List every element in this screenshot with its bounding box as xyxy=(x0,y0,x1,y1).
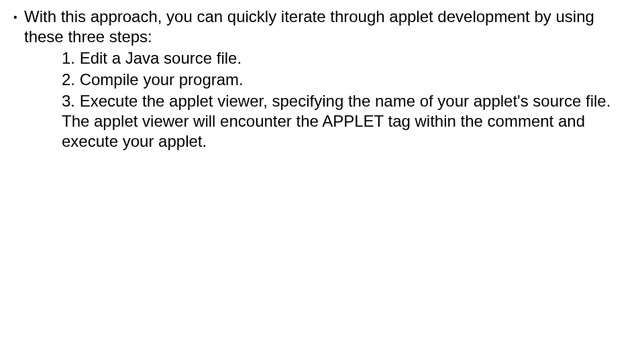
bullet-item: • With this approach, you can quickly it… xyxy=(13,7,631,47)
steps-list: 1. Edit a Java source file. 2. Compile y… xyxy=(62,48,631,152)
bullet-marker: • xyxy=(13,7,24,24)
step-item: 2. Compile your program. xyxy=(62,70,631,90)
intro-text: With this approach, you can quickly iter… xyxy=(24,7,631,47)
step-item: 1. Edit a Java source file. xyxy=(62,48,631,68)
step-item: 3. Execute the applet viewer, specifying… xyxy=(62,91,631,152)
